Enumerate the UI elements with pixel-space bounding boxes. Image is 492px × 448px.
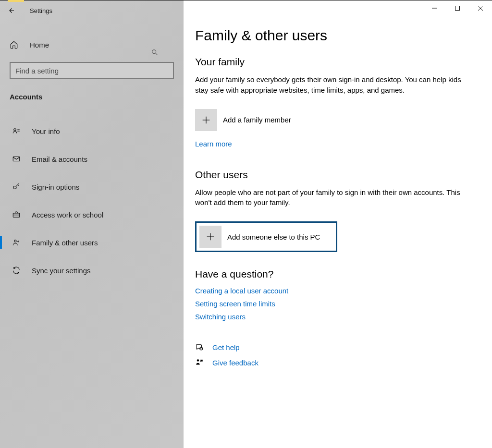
svg-point-8 bbox=[197, 359, 199, 362]
add-family-member-button[interactable]: Add a family member bbox=[195, 109, 481, 131]
plus-icon bbox=[201, 115, 211, 125]
sidebar-item-label: Sync your settings bbox=[32, 266, 91, 275]
help-link-switching-users[interactable]: Switching users bbox=[195, 313, 246, 321]
sidebar-item-label: Your info bbox=[32, 127, 60, 135]
sidebar-item-label: Sign-in options bbox=[32, 183, 79, 191]
other-users-heading: Other users bbox=[195, 169, 481, 181]
sidebar-item-email-accounts[interactable]: Email & accounts bbox=[0, 148, 184, 170]
svg-rect-6 bbox=[455, 6, 460, 11]
minimize-button[interactable] bbox=[423, 0, 446, 16]
help-link-screen-time[interactable]: Setting screen time limits bbox=[195, 300, 275, 308]
svg-point-7 bbox=[200, 347, 203, 350]
content-scroll[interactable]: Family & other users Your family Add you… bbox=[195, 27, 484, 448]
user-card-icon bbox=[12, 127, 21, 135]
arrow-left-icon bbox=[7, 6, 15, 15]
sync-icon bbox=[12, 266, 21, 275]
page-title: Family & other users bbox=[195, 27, 481, 44]
other-users-description: Allow people who are not part of your fa… bbox=[195, 187, 464, 208]
give-feedback-row[interactable]: Give feedback bbox=[195, 358, 481, 367]
envelope-icon bbox=[12, 155, 21, 163]
maximize-icon bbox=[455, 5, 460, 11]
svg-point-3 bbox=[13, 186, 16, 189]
search-wrap bbox=[10, 62, 174, 79]
have-question-heading: Have a question? bbox=[195, 268, 481, 280]
sidebar-item-label: Access work or school bbox=[32, 211, 103, 219]
sidebar-item-your-info[interactable]: Your info bbox=[0, 120, 184, 142]
sidebar-section-heading: Accounts bbox=[0, 93, 184, 101]
settings-window: Settings Home Accounts Your info bbox=[0, 0, 492, 448]
taskbar-hint bbox=[8, 0, 24, 2]
footer-links: Get help Give feedback bbox=[195, 343, 481, 367]
feedback-icon bbox=[195, 358, 205, 367]
add-other-user-button[interactable]: Add someone else to this PC bbox=[195, 221, 337, 252]
help-link-local-account[interactable]: Creating a local user account bbox=[195, 287, 288, 295]
sidebar-item-label: Family & other users bbox=[32, 239, 98, 247]
key-icon bbox=[12, 182, 21, 191]
minimize-icon bbox=[431, 5, 437, 11]
window-title: Settings bbox=[30, 7, 52, 14]
plus-box bbox=[195, 109, 217, 131]
family-icon bbox=[12, 238, 21, 247]
svg-point-5 bbox=[14, 240, 17, 242]
sidebar-item-family-users[interactable]: Family & other users bbox=[0, 231, 184, 254]
family-heading: Your family bbox=[195, 56, 481, 68]
sidebar-item-label: Email & accounts bbox=[32, 155, 87, 163]
titlebar-left: Settings bbox=[0, 0, 184, 21]
give-feedback-link[interactable]: Give feedback bbox=[212, 359, 258, 367]
sidebar: Settings Home Accounts Your info bbox=[0, 0, 184, 448]
maximize-button[interactable] bbox=[446, 0, 469, 16]
get-help-row[interactable]: Get help bbox=[195, 343, 481, 351]
sidebar-nav: Your info Email & accounts Sign-in optio… bbox=[0, 120, 184, 281]
main-pane: Family & other users Your family Add you… bbox=[184, 0, 492, 448]
svg-rect-2 bbox=[13, 157, 20, 161]
sidebar-item-signin-options[interactable]: Sign-in options bbox=[0, 176, 184, 198]
back-button[interactable] bbox=[7, 6, 18, 15]
search-input[interactable] bbox=[10, 62, 174, 79]
plus-box bbox=[199, 226, 221, 248]
family-description: Add your family so everybody gets their … bbox=[195, 74, 464, 96]
plus-icon bbox=[205, 231, 216, 242]
home-button[interactable]: Home bbox=[0, 34, 184, 55]
learn-more-link[interactable]: Learn more bbox=[195, 140, 232, 148]
get-help-link[interactable]: Get help bbox=[212, 343, 240, 351]
home-icon bbox=[10, 40, 19, 49]
sidebar-item-sync[interactable]: Sync your settings bbox=[0, 259, 184, 281]
chat-icon bbox=[195, 343, 205, 351]
home-label: Home bbox=[30, 41, 49, 49]
sidebar-item-work-school[interactable]: Access work or school bbox=[0, 204, 184, 226]
close-button[interactable] bbox=[469, 0, 492, 16]
add-other-user-label: Add someone else to this PC bbox=[227, 233, 320, 241]
close-icon bbox=[478, 5, 483, 11]
svg-point-1 bbox=[14, 129, 16, 131]
add-family-label: Add a family member bbox=[223, 116, 291, 124]
window-controls bbox=[423, 0, 492, 18]
briefcase-icon bbox=[12, 210, 21, 219]
